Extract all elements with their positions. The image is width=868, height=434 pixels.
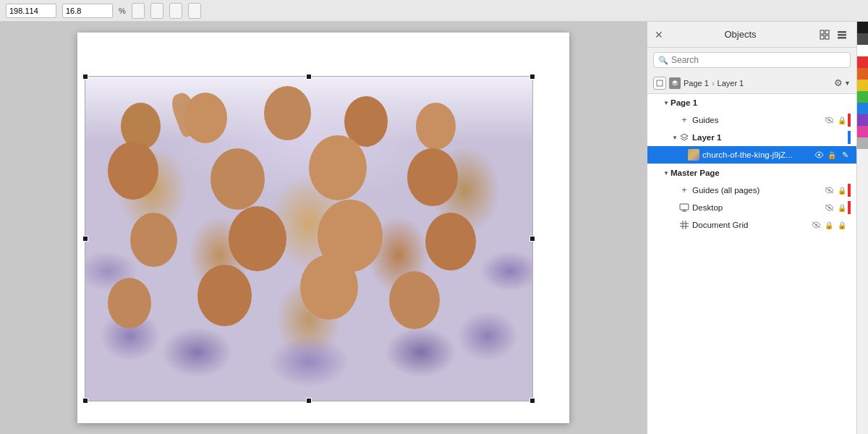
- layer-icon-group: 🔒 ✎: [813, 149, 851, 161]
- plus-icon: +: [679, 115, 689, 125]
- visibility-icon[interactable]: [823, 114, 835, 126]
- edit-icon[interactable]: ✎: [839, 149, 851, 161]
- layer-label: church-of-the-king-j9jZ...: [702, 150, 813, 159]
- expand-arrow-icon: ▼: [662, 98, 671, 107]
- layer-label: Guides: [692, 116, 823, 124]
- layout-icon: [820, 30, 830, 40]
- color-swatch[interactable]: [857, 45, 868, 56]
- search-input[interactable]: [671, 55, 846, 65]
- color-swatch[interactable]: [857, 22, 868, 33]
- layer-row[interactable]: ▼ Layer 1: [647, 129, 856, 146]
- eye-svg: [825, 116, 834, 124]
- search-bar[interactable]: 🔍: [653, 52, 851, 68]
- stack-icon: [837, 30, 847, 40]
- visibility-icon[interactable]: [823, 202, 835, 213]
- visibility-icon[interactable]: [810, 219, 822, 231]
- page-nav-icon[interactable]: [653, 77, 666, 90]
- layer-label: Guides (all pages): [692, 186, 823, 195]
- color-swatch[interactable]: [857, 80, 868, 91]
- gear-icon: ⚙: [834, 77, 843, 88]
- lock-icon[interactable]: 🔒: [826, 149, 838, 161]
- layer-row[interactable]: church-of-the-king-j9jZ... 🔒 ✎: [647, 146, 856, 163]
- main-area: ✕ Objects 🔍: [0, 22, 868, 434]
- svg-rect-7: [657, 80, 663, 86]
- toolbar-btn1[interactable]: [132, 3, 145, 19]
- eye-svg: [825, 204, 834, 211]
- color-swatch[interactable]: [857, 137, 868, 149]
- expand-arrow-icon: ▼: [671, 133, 679, 142]
- toolbar-btn2[interactable]: [150, 3, 163, 19]
- panel-stack-icon[interactable]: [833, 26, 851, 43]
- objects-panel: ✕ Objects 🔍: [647, 22, 856, 434]
- layer-color-strip: [848, 131, 851, 144]
- color-swatch[interactable]: [857, 91, 868, 103]
- layer-icon-group: 🔒: [823, 202, 848, 213]
- color-swatch[interactable]: [857, 103, 868, 114]
- photo-content: [85, 77, 532, 401]
- toolbar-btn4[interactable]: [188, 3, 201, 19]
- grid-icon-svg: [679, 220, 689, 230]
- extra-lock-icon[interactable]: 🔒: [836, 219, 848, 231]
- layer-color-strip: [848, 184, 851, 197]
- color-palette: [856, 22, 868, 434]
- layer-color-strip: [848, 114, 851, 127]
- layer-row[interactable]: + Guides 🔒: [647, 111, 856, 129]
- breadcrumb-page: Page 1: [684, 79, 709, 88]
- grid-icon: [679, 220, 689, 230]
- canvas-page: [77, 33, 569, 423]
- color-swatch[interactable]: [857, 114, 868, 126]
- toolbar-btn3[interactable]: [169, 3, 182, 19]
- eye-svg: [814, 151, 824, 158]
- svg-rect-3: [825, 35, 829, 39]
- layer-type-icon: [679, 132, 689, 142]
- selected-image-frame[interactable]: [85, 76, 533, 401]
- layer-icon-group: 🔒 🔒: [810, 219, 848, 231]
- breadcrumb-layer: Layer 1: [718, 79, 744, 88]
- lock-icon[interactable]: 🔒: [836, 202, 848, 213]
- layer-icon-group: 🔒: [823, 114, 848, 126]
- layer-row[interactable]: + Guides (all pages) 🔒: [647, 182, 856, 199]
- breadcrumb-separator: ›: [712, 79, 715, 88]
- layer-row[interactable]: Document Grid 🔒 🔒: [647, 216, 856, 234]
- expand-arrow-icon: ▼: [662, 169, 671, 177]
- layer-row[interactable]: Desktop 🔒: [647, 199, 856, 216]
- svg-rect-2: [820, 35, 824, 39]
- layer-label: Layer 1: [692, 133, 848, 142]
- canvas-area: [0, 22, 647, 434]
- svg-rect-13: [680, 204, 689, 210]
- color-swatch[interactable]: [857, 56, 868, 68]
- top-toolbar: %: [0, 0, 868, 22]
- layer-label: Desktop: [692, 203, 823, 212]
- close-panel-button[interactable]: ✕: [653, 29, 665, 41]
- color-swatch[interactable]: [857, 126, 868, 137]
- panel-title: Objects: [665, 29, 816, 40]
- color-swatch[interactable]: [857, 68, 868, 80]
- unit-label: %: [119, 7, 126, 15]
- svg-rect-5: [838, 34, 846, 36]
- search-icon: 🔍: [658, 56, 668, 65]
- desktop-icon-svg: [679, 203, 689, 213]
- layer-settings-button[interactable]: ⚙ ▼: [834, 77, 851, 88]
- lock-icon[interactable]: 🔒: [836, 114, 848, 126]
- visibility-icon[interactable]: [823, 184, 835, 196]
- y-input[interactable]: [62, 4, 113, 18]
- plus-icon: +: [679, 185, 689, 195]
- layer-label: Master Page: [671, 169, 848, 177]
- layer-icon-svg: [679, 132, 689, 142]
- x-input[interactable]: [6, 4, 56, 18]
- layer-thumbnail: [688, 149, 699, 161]
- panel-layout-icon[interactable]: [816, 26, 833, 43]
- color-swatch[interactable]: [857, 33, 868, 45]
- faces-layer: [85, 77, 532, 401]
- svg-rect-0: [820, 30, 824, 34]
- visibility-icon[interactable]: [813, 149, 825, 161]
- svg-rect-6: [838, 37, 846, 39]
- panel-header: ✕ Objects: [647, 22, 856, 48]
- lock-icon[interactable]: 🔒: [836, 184, 848, 196]
- desktop-icon: [679, 203, 689, 213]
- layer-row[interactable]: ▼ Master Page: [647, 164, 856, 182]
- layer-icon-group: 🔒: [823, 184, 848, 196]
- svg-rect-4: [838, 31, 846, 33]
- layer-row[interactable]: ▼ Page 1: [647, 94, 856, 111]
- lock-icon[interactable]: 🔒: [823, 219, 835, 231]
